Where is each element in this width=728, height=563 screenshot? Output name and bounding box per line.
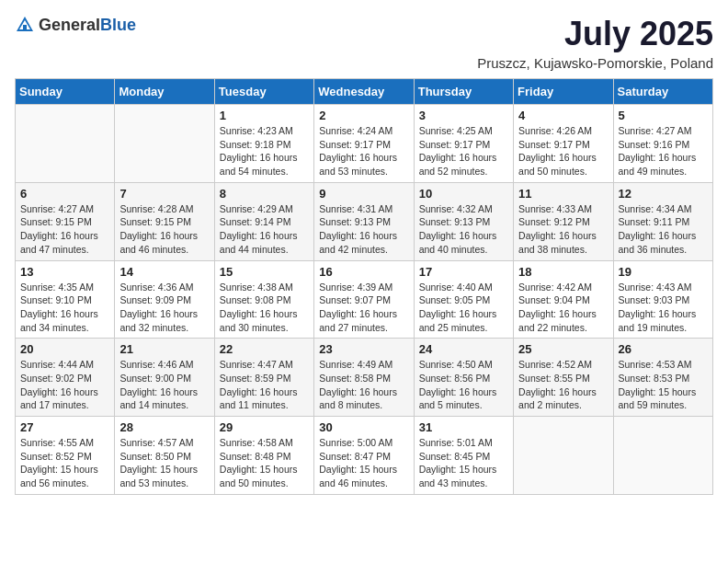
day-detail: Sunrise: 4:23 AMSunset: 9:18 PMDaylight:…: [220, 124, 309, 178]
day-detail: Sunrise: 4:55 AMSunset: 8:52 PMDaylight:…: [20, 436, 109, 490]
svg-rect-2: [23, 25, 27, 31]
day-detail: Sunrise: 4:26 AMSunset: 9:17 PMDaylight:…: [518, 124, 608, 178]
day-number: 9: [319, 187, 408, 201]
calendar-cell: [115, 105, 214, 183]
calendar-cell: 20Sunrise: 4:44 AMSunset: 9:02 PMDayligh…: [16, 339, 115, 417]
day-detail: Sunrise: 4:46 AMSunset: 9:00 PMDaylight:…: [119, 358, 209, 412]
day-number: 24: [419, 342, 508, 356]
calendar-cell: [16, 105, 115, 183]
day-number: 29: [220, 420, 309, 434]
day-detail: Sunrise: 4:58 AMSunset: 8:48 PMDaylight:…: [220, 436, 309, 490]
calendar-cell: 29Sunrise: 4:58 AMSunset: 8:48 PMDayligh…: [214, 417, 313, 495]
calendar-cell: 17Sunrise: 4:40 AMSunset: 9:05 PMDayligh…: [414, 260, 513, 339]
page-header: GeneralBlue July 2025 Pruszcz, Kujawsko-…: [15, 15, 713, 71]
calendar-cell: 10Sunrise: 4:32 AMSunset: 9:13 PMDayligh…: [414, 182, 513, 260]
calendar-cell: 14Sunrise: 4:36 AMSunset: 9:09 PMDayligh…: [115, 260, 214, 339]
calendar-cell: 24Sunrise: 4:50 AMSunset: 8:56 PMDayligh…: [414, 339, 513, 417]
weekday-header: Wednesday: [314, 79, 414, 105]
weekday-header: Monday: [115, 79, 214, 105]
day-detail: Sunrise: 4:36 AMSunset: 9:09 PMDaylight:…: [119, 281, 209, 335]
day-detail: Sunrise: 4:33 AMSunset: 9:12 PMDaylight:…: [518, 202, 608, 257]
calendar-week-row: 20Sunrise: 4:44 AMSunset: 9:02 PMDayligh…: [16, 339, 713, 417]
day-number: 6: [20, 187, 109, 201]
day-detail: Sunrise: 4:44 AMSunset: 9:02 PMDaylight:…: [20, 358, 109, 412]
day-number: 11: [518, 187, 608, 201]
day-number: 16: [319, 265, 408, 279]
day-number: 31: [419, 420, 508, 434]
calendar-cell: 15Sunrise: 4:38 AMSunset: 9:08 PMDayligh…: [214, 260, 313, 339]
title-block: July 2025 Pruszcz, Kujawsko-Pomorskie, P…: [477, 15, 713, 71]
location-subtitle: Pruszcz, Kujawsko-Pomorskie, Poland: [477, 55, 713, 71]
calendar-cell: 6Sunrise: 4:27 AMSunset: 9:15 PMDaylight…: [16, 182, 115, 260]
calendar-week-row: 27Sunrise: 4:55 AMSunset: 8:52 PMDayligh…: [16, 417, 713, 495]
calendar-cell: 30Sunrise: 5:00 AMSunset: 8:47 PMDayligh…: [314, 417, 414, 495]
calendar-cell: 9Sunrise: 4:31 AMSunset: 9:13 PMDaylight…: [314, 182, 414, 260]
day-number: 27: [20, 420, 109, 434]
calendar-cell: 21Sunrise: 4:46 AMSunset: 9:00 PMDayligh…: [115, 339, 214, 417]
weekday-header-row: SundayMondayTuesdayWednesdayThursdayFrid…: [16, 79, 713, 105]
day-detail: Sunrise: 4:39 AMSunset: 9:07 PMDaylight:…: [319, 281, 408, 335]
calendar-cell: 19Sunrise: 4:43 AMSunset: 9:03 PMDayligh…: [613, 260, 712, 339]
calendar-week-row: 1Sunrise: 4:23 AMSunset: 9:18 PMDaylight…: [16, 105, 713, 183]
day-number: 25: [518, 342, 608, 356]
weekday-header: Friday: [514, 79, 613, 105]
day-detail: Sunrise: 4:57 AMSunset: 8:50 PMDaylight:…: [119, 436, 209, 490]
month-title: July 2025: [477, 15, 713, 53]
day-number: 2: [319, 109, 408, 122]
day-detail: Sunrise: 4:29 AMSunset: 9:14 PMDaylight:…: [220, 202, 309, 257]
day-number: 20: [20, 342, 109, 356]
calendar-cell: 22Sunrise: 4:47 AMSunset: 8:59 PMDayligh…: [214, 339, 313, 417]
day-detail: Sunrise: 5:00 AMSunset: 8:47 PMDaylight:…: [319, 436, 408, 490]
day-detail: Sunrise: 4:43 AMSunset: 9:03 PMDaylight:…: [619, 281, 708, 335]
day-detail: Sunrise: 4:50 AMSunset: 8:56 PMDaylight:…: [419, 358, 508, 412]
calendar-cell: 28Sunrise: 4:57 AMSunset: 8:50 PMDayligh…: [115, 417, 214, 495]
day-number: 1: [220, 109, 309, 122]
day-detail: Sunrise: 4:25 AMSunset: 9:17 PMDaylight:…: [419, 124, 508, 178]
calendar-week-row: 6Sunrise: 4:27 AMSunset: 9:15 PMDaylight…: [16, 182, 713, 260]
calendar-cell: 12Sunrise: 4:34 AMSunset: 9:11 PMDayligh…: [613, 182, 712, 260]
day-number: 26: [619, 342, 708, 356]
calendar-cell: 8Sunrise: 4:29 AMSunset: 9:14 PMDaylight…: [214, 182, 313, 260]
calendar-cell: 4Sunrise: 4:26 AMSunset: 9:17 PMDaylight…: [514, 105, 613, 183]
calendar-cell: 26Sunrise: 4:53 AMSunset: 8:53 PMDayligh…: [613, 339, 712, 417]
weekday-header: Saturday: [613, 79, 712, 105]
day-detail: Sunrise: 4:24 AMSunset: 9:17 PMDaylight:…: [319, 124, 408, 178]
calendar-cell: 27Sunrise: 4:55 AMSunset: 8:52 PMDayligh…: [16, 417, 115, 495]
calendar-cell: 13Sunrise: 4:35 AMSunset: 9:10 PMDayligh…: [16, 260, 115, 339]
calendar-cell: [613, 417, 712, 495]
calendar-cell: 3Sunrise: 4:25 AMSunset: 9:17 PMDaylight…: [414, 105, 513, 183]
weekday-header: Sunday: [16, 79, 115, 105]
day-detail: Sunrise: 4:32 AMSunset: 9:13 PMDaylight:…: [419, 202, 508, 257]
day-detail: Sunrise: 4:52 AMSunset: 8:55 PMDaylight:…: [518, 358, 608, 412]
day-number: 22: [220, 342, 309, 356]
day-number: 30: [319, 420, 408, 434]
day-number: 21: [119, 342, 209, 356]
day-number: 23: [319, 342, 408, 356]
weekday-header: Thursday: [414, 79, 513, 105]
day-detail: Sunrise: 4:47 AMSunset: 8:59 PMDaylight:…: [220, 358, 309, 412]
calendar-cell: 11Sunrise: 4:33 AMSunset: 9:12 PMDayligh…: [514, 182, 613, 260]
calendar-cell: [514, 417, 613, 495]
day-number: 8: [220, 187, 309, 201]
day-detail: Sunrise: 4:49 AMSunset: 8:58 PMDaylight:…: [319, 358, 408, 412]
day-number: 15: [220, 265, 309, 279]
day-detail: Sunrise: 4:38 AMSunset: 9:08 PMDaylight:…: [220, 281, 309, 335]
day-detail: Sunrise: 5:01 AMSunset: 8:45 PMDaylight:…: [419, 436, 508, 490]
calendar-cell: 18Sunrise: 4:42 AMSunset: 9:04 PMDayligh…: [514, 260, 613, 339]
calendar-cell: 1Sunrise: 4:23 AMSunset: 9:18 PMDaylight…: [214, 105, 313, 183]
calendar-cell: 25Sunrise: 4:52 AMSunset: 8:55 PMDayligh…: [514, 339, 613, 417]
calendar-cell: 7Sunrise: 4:28 AMSunset: 9:15 PMDaylight…: [115, 182, 214, 260]
logo-text: GeneralBlue: [39, 17, 136, 34]
day-number: 4: [518, 109, 608, 122]
logo-icon: [15, 15, 35, 35]
calendar-table: SundayMondayTuesdayWednesdayThursdayFrid…: [15, 78, 713, 495]
day-number: 3: [419, 109, 508, 122]
calendar-cell: 2Sunrise: 4:24 AMSunset: 9:17 PMDaylight…: [314, 105, 414, 183]
calendar-cell: 5Sunrise: 4:27 AMSunset: 9:16 PMDaylight…: [613, 105, 712, 183]
calendar-cell: 23Sunrise: 4:49 AMSunset: 8:58 PMDayligh…: [314, 339, 414, 417]
day-number: 19: [619, 265, 708, 279]
day-number: 18: [518, 265, 608, 279]
calendar-cell: 16Sunrise: 4:39 AMSunset: 9:07 PMDayligh…: [314, 260, 414, 339]
day-number: 10: [419, 187, 508, 201]
day-detail: Sunrise: 4:34 AMSunset: 9:11 PMDaylight:…: [619, 202, 708, 257]
